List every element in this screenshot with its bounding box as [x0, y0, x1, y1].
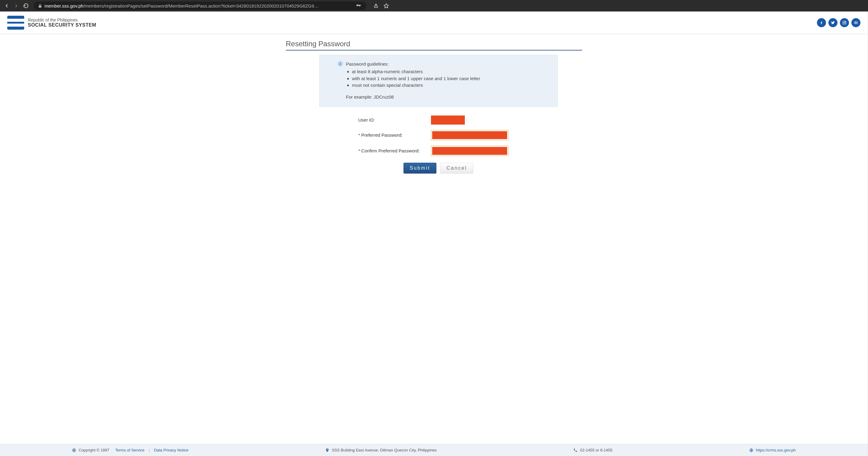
back-icon[interactable]: [3, 2, 10, 9]
preferred-password-value-redacted: [432, 131, 507, 139]
submit-button[interactable]: Submit: [403, 163, 437, 174]
guidelines-title: Password guidelines:: [346, 61, 389, 66]
address-bar[interactable]: member.sss.gov.ph/members/registrationPa…: [34, 1, 366, 10]
brand-text: Republic of the Philippines SOCIAL SECUR…: [28, 18, 96, 28]
share-icon[interactable]: [372, 2, 380, 9]
required-asterisk: *: [359, 132, 360, 138]
privacy-link[interactable]: Data Privacy Notice: [154, 448, 188, 452]
footer-copyright: Copyright © 1997 Terms of Service | Data…: [72, 448, 188, 452]
required-asterisk: *: [359, 148, 360, 153]
guideline-item: at least 8 alpha-numeric characters: [352, 68, 539, 75]
svg-point-3: [844, 22, 845, 24]
instagram-icon[interactable]: [840, 18, 849, 27]
password-guidelines-box: i Password guidelines: at least 8 alpha-…: [319, 55, 558, 107]
brand-title: SOCIAL SECURITY SYSTEM: [28, 22, 96, 28]
preferred-password-row: *Preferred Password:: [319, 130, 558, 140]
main: Resetting Password i Password guidelines…: [0, 34, 868, 444]
preferred-password-label: *Preferred Password:: [319, 132, 431, 138]
guidelines-example: For example: JDCruz08: [346, 94, 539, 99]
youtube-icon[interactable]: [851, 18, 861, 27]
page-wrap: Republic of the Philippines SOCIAL SECUR…: [0, 11, 868, 456]
phone-icon: [573, 448, 578, 452]
location-icon: [325, 448, 330, 452]
svg-point-4: [845, 22, 846, 22]
browser-chrome: member.sss.gov.ph/members/registrationPa…: [0, 0, 868, 11]
chrome-right-icons: [372, 2, 390, 9]
user-id-row: User ID:: [319, 116, 558, 125]
confirm-password-value-redacted: [432, 147, 507, 155]
twitter-icon[interactable]: [829, 18, 837, 27]
site-header: Republic of the Philippines SOCIAL SECUR…: [0, 11, 868, 34]
reload-icon[interactable]: [22, 2, 30, 9]
brand-subtitle: Republic of the Philippines: [28, 18, 96, 22]
guideline-item: with at least 1 numeric and 1 upper case…: [352, 75, 539, 82]
facebook-icon[interactable]: [817, 18, 826, 27]
confirm-password-label: *Confirm Preferred Password:: [319, 148, 431, 153]
button-row: Submit Cancel: [319, 163, 558, 174]
user-id-value-redacted: [431, 116, 465, 125]
confirm-password-input[interactable]: [431, 146, 508, 156]
svg-marker-6: [856, 22, 857, 23]
forward-icon[interactable]: [13, 2, 20, 9]
lock-icon: [38, 4, 42, 8]
star-icon[interactable]: [383, 2, 390, 9]
footer: Copyright © 1997 Terms of Service | Data…: [0, 444, 868, 456]
footer-phone: 02-1455 or 8-1455: [573, 448, 612, 452]
page-title: Resetting Password: [286, 40, 582, 51]
brand: Republic of the Philippines SOCIAL SECUR…: [7, 16, 96, 30]
social-icons: [817, 18, 861, 27]
globe-icon: [749, 448, 753, 452]
svg-marker-1: [384, 4, 389, 8]
crms-link[interactable]: https://crms.sss.gov.ph: [756, 448, 796, 452]
guidelines-list: at least 8 alpha-numeric characters with…: [352, 68, 539, 89]
footer-address: SSS Building East Avenue, Diliman Quezon…: [325, 448, 437, 452]
footer-link: https://crms.sss.gov.ph: [749, 448, 796, 452]
reset-password-form: User ID: *Preferred Password: *Confirm P…: [319, 116, 558, 174]
url-text: member.sss.gov.ph/members/registrationPa…: [44, 3, 352, 8]
preferred-password-input[interactable]: [431, 130, 508, 140]
confirm-password-row: *Confirm Preferred Password:: [319, 146, 558, 156]
cancel-button[interactable]: Cancel: [440, 163, 473, 174]
sss-logo-icon: [7, 16, 24, 30]
guideline-item: must not contain special characters: [352, 82, 539, 89]
globe-icon: [72, 448, 76, 452]
terms-link[interactable]: Terms of Service: [115, 448, 145, 452]
key-icon[interactable]: [355, 2, 362, 9]
user-id-label: User ID:: [319, 117, 431, 122]
info-icon: i: [338, 61, 343, 66]
